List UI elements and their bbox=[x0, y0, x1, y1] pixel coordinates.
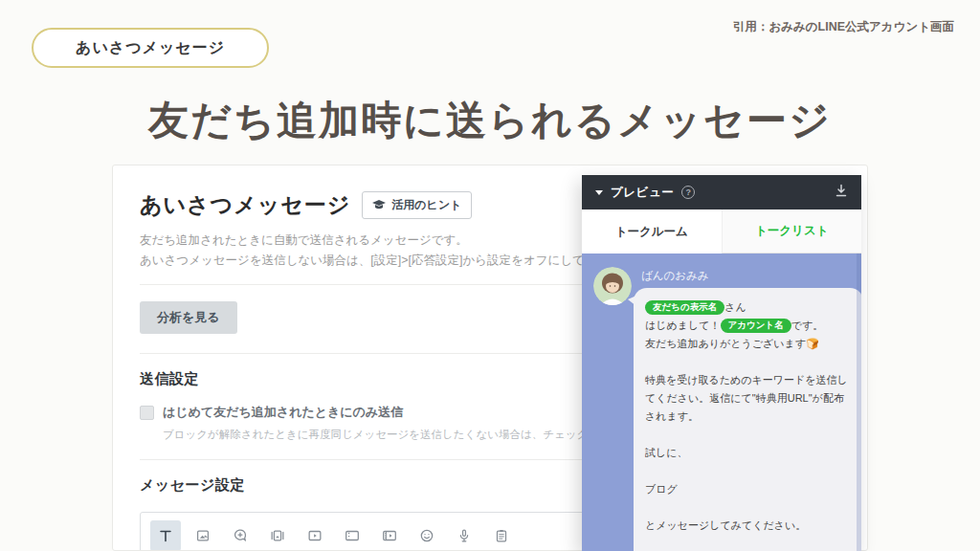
chat-bubble: 友だちの表示名さんはじめまして！アカウント名です。友だち追加ありがとうございます… bbox=[634, 288, 861, 551]
voice-icon[interactable] bbox=[449, 520, 479, 551]
emoji-icon[interactable] bbox=[412, 520, 442, 551]
topic-badge-label: あいさつメッセージ bbox=[76, 38, 225, 58]
card-description-line2: あいさつメッセージを送信しない場合は、[設定]>[応答設定]から設定をオフにして… bbox=[140, 253, 646, 267]
graduation-cap-icon bbox=[372, 200, 386, 211]
page-title: 友だち追加時に送られるメッセージ bbox=[0, 94, 980, 147]
citation-text: 引用：おみみのLINE公式アカウント画面 bbox=[733, 19, 954, 35]
sticker-icon[interactable] bbox=[225, 520, 256, 551]
variable-tag: アカウント名 bbox=[721, 319, 791, 333]
tab-talk-room[interactable]: トークルーム bbox=[582, 209, 722, 253]
card-heading: あいさつメッセージ bbox=[140, 190, 350, 220]
carousel-icon[interactable] bbox=[262, 520, 293, 551]
usage-hint-button[interactable]: 活用のヒント bbox=[362, 191, 472, 219]
preview-tabs: トークルーム トークリスト bbox=[582, 209, 861, 253]
card-description-line1: 友だち追加されたときに自動で送信されるメッセージです。 bbox=[140, 233, 468, 247]
survey-icon[interactable] bbox=[486, 520, 517, 551]
chat-preview-area: ばんのおみみ 友だちの表示名さんはじめまして！アカウント名です。友だち追加ありが… bbox=[582, 253, 861, 551]
help-icon[interactable]: ? bbox=[681, 186, 695, 199]
avatar bbox=[593, 267, 632, 305]
text-icon[interactable] bbox=[150, 520, 181, 551]
image-icon[interactable] bbox=[188, 520, 218, 551]
preview-panel: プレビュー ? トークルーム トークリスト ばんのおみみ 友だちの表示名さんはじ… bbox=[582, 175, 861, 551]
video-icon[interactable] bbox=[300, 520, 330, 551]
variable-tag: 友だちの表示名 bbox=[645, 300, 724, 315]
chat-scrollbar[interactable] bbox=[857, 253, 861, 551]
first-add-only-checkbox[interactable] bbox=[140, 406, 154, 420]
tab-talk-list[interactable]: トークリスト bbox=[722, 209, 862, 253]
rich-video-icon[interactable] bbox=[374, 520, 405, 551]
usage-hint-label: 活用のヒント bbox=[391, 197, 461, 213]
download-icon[interactable] bbox=[835, 184, 848, 201]
collapse-caret-icon[interactable] bbox=[595, 190, 603, 195]
preview-header: プレビュー ? bbox=[582, 175, 861, 209]
view-analysis-button[interactable]: 分析を見る bbox=[140, 301, 237, 334]
account-display-name: ばんのおみみ bbox=[641, 269, 709, 283]
coupon-icon[interactable] bbox=[337, 520, 368, 551]
first-add-only-label: はじめて友だち追加されたときにのみ送信 bbox=[163, 404, 403, 421]
topic-badge: あいさつメッセージ bbox=[32, 28, 269, 68]
preview-title: プレビュー bbox=[611, 185, 674, 201]
